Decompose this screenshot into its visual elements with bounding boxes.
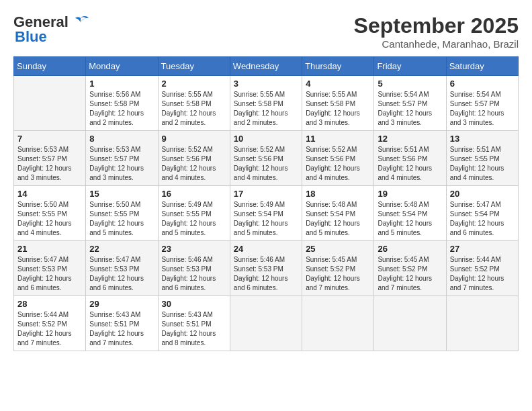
calendar-cell: 20Sunrise: 5:47 AM Sunset: 5:54 PM Dayli… — [446, 186, 518, 241]
day-number: 2 — [162, 79, 226, 89]
calendar-cell: 18Sunrise: 5:48 AM Sunset: 5:54 PM Dayli… — [302, 186, 374, 241]
day-info: Sunrise: 5:49 AM Sunset: 5:55 PM Dayligh… — [162, 200, 226, 238]
calendar-cell: 9Sunrise: 5:52 AM Sunset: 5:56 PM Daylig… — [158, 131, 230, 186]
day-info: Sunrise: 5:49 AM Sunset: 5:54 PM Dayligh… — [234, 200, 298, 238]
day-info: Sunrise: 5:51 AM Sunset: 5:56 PM Dayligh… — [378, 145, 442, 183]
calendar-cell: 29Sunrise: 5:43 AM Sunset: 5:51 PM Dayli… — [86, 296, 158, 351]
day-info: Sunrise: 5:43 AM Sunset: 5:51 PM Dayligh… — [162, 310, 226, 348]
day-info: Sunrise: 5:54 AM Sunset: 5:57 PM Dayligh… — [450, 90, 515, 128]
location-subtitle: Cantanhede, Maranhao, Brazil — [354, 38, 519, 50]
calendar-cell: 4Sunrise: 5:55 AM Sunset: 5:58 PM Daylig… — [302, 76, 374, 131]
calendar-cell: 27Sunrise: 5:44 AM Sunset: 5:52 PM Dayli… — [446, 241, 518, 296]
day-number: 6 — [450, 79, 515, 89]
calendar-cell — [302, 296, 374, 351]
calendar-cell: 10Sunrise: 5:52 AM Sunset: 5:56 PM Dayli… — [230, 131, 302, 186]
day-number: 29 — [89, 299, 154, 309]
calendar-cell: 21Sunrise: 5:47 AM Sunset: 5:53 PM Dayli… — [14, 241, 86, 296]
day-number: 25 — [306, 244, 370, 254]
day-number: 16 — [162, 189, 226, 199]
calendar-cell: 3Sunrise: 5:55 AM Sunset: 5:58 PM Daylig… — [230, 76, 302, 131]
day-number: 19 — [378, 189, 442, 199]
day-info: Sunrise: 5:52 AM Sunset: 5:56 PM Dayligh… — [306, 145, 370, 183]
day-info: Sunrise: 5:44 AM Sunset: 5:52 PM Dayligh… — [450, 255, 515, 293]
calendar-cell: 30Sunrise: 5:43 AM Sunset: 5:51 PM Dayli… — [158, 296, 230, 351]
day-info: Sunrise: 5:47 AM Sunset: 5:53 PM Dayligh… — [17, 255, 82, 293]
day-info: Sunrise: 5:50 AM Sunset: 5:55 PM Dayligh… — [17, 200, 82, 238]
day-info: Sunrise: 5:47 AM Sunset: 5:53 PM Dayligh… — [89, 255, 154, 293]
calendar-cell: 19Sunrise: 5:48 AM Sunset: 5:54 PM Dayli… — [374, 186, 446, 241]
day-info: Sunrise: 5:56 AM Sunset: 5:58 PM Dayligh… — [89, 90, 154, 128]
calendar-cell: 13Sunrise: 5:51 AM Sunset: 5:55 PM Dayli… — [446, 131, 518, 186]
day-number: 20 — [450, 189, 515, 199]
day-number: 5 — [378, 79, 442, 89]
day-number: 22 — [89, 244, 154, 254]
logo: General Blue — [13, 13, 90, 46]
col-header-saturday: Saturday — [446, 57, 518, 76]
day-number: 24 — [234, 244, 298, 254]
day-number: 26 — [378, 244, 442, 254]
calendar-cell: 28Sunrise: 5:44 AM Sunset: 5:52 PM Dayli… — [14, 296, 86, 351]
calendar-table: SundayMondayTuesdayWednesdayThursdayFrid… — [13, 56, 519, 351]
calendar-cell — [374, 296, 446, 351]
calendar-cell: 25Sunrise: 5:45 AM Sunset: 5:52 PM Dayli… — [302, 241, 374, 296]
logo-bird-icon — [71, 15, 90, 29]
title-block: September 2025 Cantanhede, Maranhao, Bra… — [354, 13, 519, 50]
day-info: Sunrise: 5:48 AM Sunset: 5:54 PM Dayligh… — [378, 200, 442, 238]
calendar-cell: 15Sunrise: 5:50 AM Sunset: 5:55 PM Dayli… — [86, 186, 158, 241]
day-number: 1 — [89, 79, 154, 89]
day-number: 21 — [17, 244, 82, 254]
calendar-cell — [14, 76, 86, 131]
calendar-cell — [446, 296, 518, 351]
day-info: Sunrise: 5:43 AM Sunset: 5:51 PM Dayligh… — [89, 310, 154, 348]
day-info: Sunrise: 5:45 AM Sunset: 5:52 PM Dayligh… — [378, 255, 442, 293]
day-info: Sunrise: 5:54 AM Sunset: 5:57 PM Dayligh… — [378, 90, 442, 128]
day-number: 14 — [17, 189, 82, 199]
day-number: 4 — [306, 79, 370, 89]
day-info: Sunrise: 5:51 AM Sunset: 5:55 PM Dayligh… — [450, 145, 515, 183]
day-info: Sunrise: 5:44 AM Sunset: 5:52 PM Dayligh… — [17, 310, 82, 348]
day-info: Sunrise: 5:55 AM Sunset: 5:58 PM Dayligh… — [234, 90, 298, 128]
col-header-thursday: Thursday — [302, 57, 374, 76]
day-number: 3 — [234, 79, 298, 89]
calendar-cell: 23Sunrise: 5:46 AM Sunset: 5:53 PM Dayli… — [158, 241, 230, 296]
day-info: Sunrise: 5:46 AM Sunset: 5:53 PM Dayligh… — [162, 255, 226, 293]
day-number: 30 — [162, 299, 226, 309]
calendar-cell: 14Sunrise: 5:50 AM Sunset: 5:55 PM Dayli… — [14, 186, 86, 241]
day-number: 27 — [450, 244, 515, 254]
calendar-cell: 24Sunrise: 5:46 AM Sunset: 5:53 PM Dayli… — [230, 241, 302, 296]
calendar-cell: 2Sunrise: 5:55 AM Sunset: 5:58 PM Daylig… — [158, 76, 230, 131]
day-info: Sunrise: 5:55 AM Sunset: 5:58 PM Dayligh… — [306, 90, 370, 128]
day-number: 10 — [234, 134, 298, 144]
col-header-monday: Monday — [86, 57, 158, 76]
calendar-cell: 17Sunrise: 5:49 AM Sunset: 5:54 PM Dayli… — [230, 186, 302, 241]
calendar-cell: 22Sunrise: 5:47 AM Sunset: 5:53 PM Dayli… — [86, 241, 158, 296]
day-number: 15 — [89, 189, 154, 199]
col-header-sunday: Sunday — [14, 57, 86, 76]
day-info: Sunrise: 5:53 AM Sunset: 5:57 PM Dayligh… — [89, 145, 154, 183]
day-info: Sunrise: 5:55 AM Sunset: 5:58 PM Dayligh… — [162, 90, 226, 128]
calendar-cell: 1Sunrise: 5:56 AM Sunset: 5:58 PM Daylig… — [86, 76, 158, 131]
page-header: General Blue September 2025 Cantanhede, … — [13, 13, 519, 50]
calendar-cell: 26Sunrise: 5:45 AM Sunset: 5:52 PM Dayli… — [374, 241, 446, 296]
day-info: Sunrise: 5:53 AM Sunset: 5:57 PM Dayligh… — [17, 145, 82, 183]
calendar-cell — [230, 296, 302, 351]
day-info: Sunrise: 5:46 AM Sunset: 5:53 PM Dayligh… — [234, 255, 298, 293]
day-number: 9 — [162, 134, 226, 144]
calendar-cell: 16Sunrise: 5:49 AM Sunset: 5:55 PM Dayli… — [158, 186, 230, 241]
calendar-cell: 8Sunrise: 5:53 AM Sunset: 5:57 PM Daylig… — [86, 131, 158, 186]
calendar-cell: 11Sunrise: 5:52 AM Sunset: 5:56 PM Dayli… — [302, 131, 374, 186]
day-info: Sunrise: 5:52 AM Sunset: 5:56 PM Dayligh… — [162, 145, 226, 183]
day-number: 7 — [17, 134, 82, 144]
day-info: Sunrise: 5:47 AM Sunset: 5:54 PM Dayligh… — [450, 200, 515, 238]
day-info: Sunrise: 5:52 AM Sunset: 5:56 PM Dayligh… — [234, 145, 298, 183]
day-number: 23 — [162, 244, 226, 254]
day-info: Sunrise: 5:48 AM Sunset: 5:54 PM Dayligh… — [306, 200, 370, 238]
col-header-wednesday: Wednesday — [230, 57, 302, 76]
day-number: 18 — [306, 189, 370, 199]
day-number: 8 — [89, 134, 154, 144]
calendar-cell: 5Sunrise: 5:54 AM Sunset: 5:57 PM Daylig… — [374, 76, 446, 131]
day-number: 11 — [306, 134, 370, 144]
day-number: 12 — [378, 134, 442, 144]
calendar-cell: 6Sunrise: 5:54 AM Sunset: 5:57 PM Daylig… — [446, 76, 518, 131]
month-title: September 2025 — [354, 13, 519, 38]
